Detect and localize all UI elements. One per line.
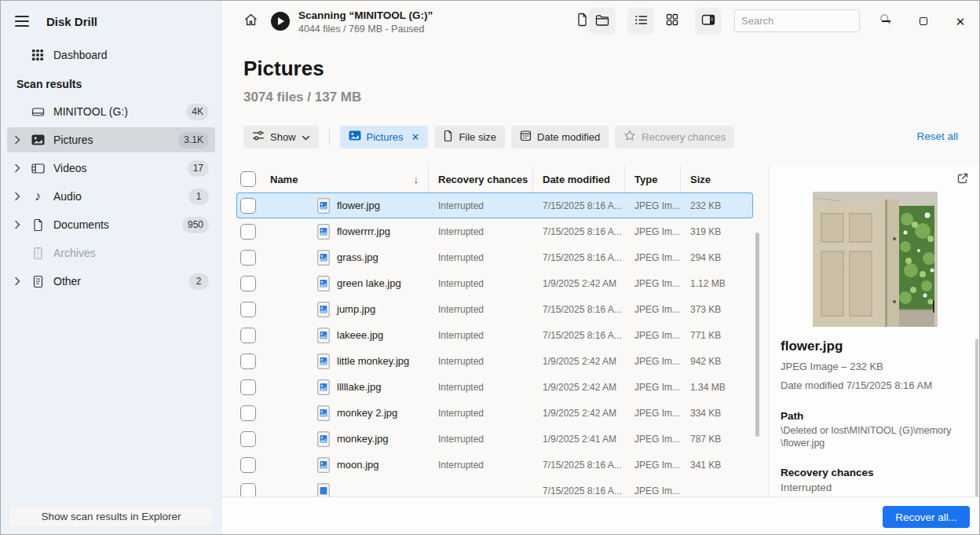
sidebar: Disk Drill Dashboard Scan results MINITO… [1,1,221,534]
table-row[interactable]: flower.jpg Interrupted 7/15/2025 8:16 A.… [236,192,753,218]
table-row[interactable]: green lake.jpg Interrupted 1/9/2025 2:42… [236,270,753,296]
home-button[interactable] [239,9,262,33]
file-name: monkey 2.jpg [337,407,397,419]
count-badge: 3.1K [178,132,209,148]
date-cell: 1/9/2025 2:42 AM [533,270,625,296]
row-checkbox[interactable] [240,379,256,395]
select-all-checkbox[interactable] [240,171,256,187]
size-cell: 232 KB [681,192,753,218]
table-row-partial[interactable]: 7/15/2025 8:16 A... JPEG Im... [236,478,753,497]
table-header-row: Name ↓ Recovery chances Date modified Ty… [236,166,753,192]
table-row[interactable]: jump.jpg Interrupted 7/15/2025 8:16 A...… [236,296,753,322]
file-name: lllllake.jpg [337,381,381,393]
videos-icon [27,163,48,174]
row-checkbox[interactable] [240,224,256,240]
sidebar-item-pictures[interactable]: Pictures 3.1K [7,127,215,152]
recovery-cell: Interrupted [429,452,533,478]
row-checkbox[interactable] [240,276,256,291]
column-header-recovery-chances[interactable]: Recovery chances [429,166,533,192]
table-row[interactable]: lllllake.jpg Interrupted 1/9/2025 2:42 A… [236,374,753,400]
filter-divider [329,128,330,145]
table-row[interactable]: grass.jpg Interrupted 7/15/2025 8:16 A..… [236,244,753,270]
chevron-right-icon[interactable] [7,192,27,201]
details-panel-toggle-button[interactable] [695,8,722,35]
grid-view-button[interactable] [660,8,685,35]
list-view-button[interactable] [627,8,654,35]
window-minimize-button[interactable] [874,9,898,33]
sidebar-item-label: Audio [53,190,82,203]
type-cell: JPEG Im... [625,244,681,270]
chevron-right-icon[interactable] [7,220,27,229]
table-scrollbar[interactable] [755,233,759,437]
filter-chip-recovery-chances[interactable]: Recovery chances [615,126,734,148]
show-filter-button[interactable]: Show [243,126,319,148]
drive-icon [27,105,48,119]
column-header-size[interactable]: Size [681,166,753,192]
minimize-icon [882,20,890,22]
row-checkbox[interactable] [240,354,256,369]
row-checkbox[interactable] [240,483,256,497]
recovery-cell: Interrupted [429,218,533,244]
sidebar-item-label: MINITOOL (G:) [53,105,128,118]
open-folder-button[interactable] [589,8,616,35]
type-cell: JPEG Im... [625,296,681,322]
recover-all-button[interactable]: Recover all... [883,506,970,528]
size-cell: 787 KB [681,426,753,452]
size-cell [681,478,753,497]
column-header-date-modified[interactable]: Date modified [533,166,625,192]
file-name: monkey.jpg [337,433,389,445]
pictures-filter-icon [349,130,361,143]
table-row[interactable]: monkey 2.jpg Interrupted 1/9/2025 2:42 A… [236,400,753,426]
row-checkbox[interactable] [240,457,256,473]
table-row[interactable]: moon.jpg Interrupted 7/15/2025 8:16 A...… [236,452,753,478]
preview-path-value: \Deleted or lost\MINITOOL (G)\memory [781,425,951,436]
chevron-right-icon[interactable] [7,277,27,286]
sidebar-item-documents[interactable]: Documents 950 [7,212,215,237]
reset-all-filters-link[interactable]: Reset all [916,130,958,142]
sidebar-item-dashboard[interactable]: Dashboard [7,42,215,68]
filter-chip-file-size[interactable]: File size [434,126,505,148]
show-scan-results-in-explorer-button[interactable]: Show scan results in Explorer [9,506,214,527]
column-header-name[interactable]: Name ↓ [268,166,429,192]
table-row[interactable]: flowerrrr.jpg Interrupted 7/15/2025 8:16… [236,218,753,244]
recovery-cell: Interrupted [429,374,533,400]
row-checkbox[interactable] [240,302,256,317]
sort-descending-icon[interactable]: ↓ [414,174,419,185]
preview-date-modified: Date modified 7/15/2025 8:16 AM [781,379,932,391]
chevron-right-icon[interactable] [7,135,27,145]
results-table: Name ↓ Recovery chances Date modified Ty… [236,166,753,497]
hamburger-menu-icon[interactable] [10,11,34,31]
size-cell: 373 KB [681,296,753,322]
filter-chip-pictures[interactable]: Pictures ✕ [340,126,429,148]
column-header-type[interactable]: Type [625,166,681,192]
chevron-right-icon[interactable] [7,163,27,173]
sidebar-item-other[interactable]: Other 2 [7,269,215,294]
row-checkbox[interactable] [240,431,256,447]
row-checkbox[interactable] [240,250,256,266]
sidebar-item-audio[interactable]: ♪ Audio 1 [7,184,215,209]
resume-scan-button[interactable] [271,12,290,31]
search-input[interactable] [741,15,879,27]
filter-chip-date-modified[interactable]: Date modified [511,126,609,148]
table-row[interactable]: monkey.jpg Interrupted 1/9/2025 2:41 AM … [236,426,753,452]
row-checkbox[interactable] [240,198,256,214]
open-preview-external-button[interactable] [953,170,973,190]
filter-sliders-icon [252,130,265,144]
filter-chip-label: Recovery chances [642,131,726,143]
date-cell: 1/9/2025 2:42 AM [533,400,625,426]
filter-bar: Show Pictures ✕ File size Date modified [243,125,734,148]
row-checkbox[interactable] [240,328,256,343]
type-cell: JPEG Im... [625,218,681,244]
window-maximize-button[interactable] [912,9,935,33]
table-row[interactable]: little monkey.jpg Interrupted 1/9/2025 2… [236,348,753,374]
sidebar-item-videos[interactable]: Videos 17 [7,156,215,181]
sidebar-item-archives[interactable]: Archives [7,240,215,266]
count-badge: 1 [188,189,209,205]
search-field[interactable] [734,9,860,32]
row-checkbox[interactable] [240,405,256,421]
window-close-button[interactable]: ✕ [949,9,972,33]
table-row[interactable]: lakeee.jpg Interrupted 7/15/2025 8:16 A.… [236,322,753,348]
sidebar-item-minitool-drive[interactable]: MINITOOL (G:) 4K [7,99,215,124]
remove-filter-icon[interactable]: ✕ [411,131,420,143]
preview-path-label: Path [781,410,803,422]
